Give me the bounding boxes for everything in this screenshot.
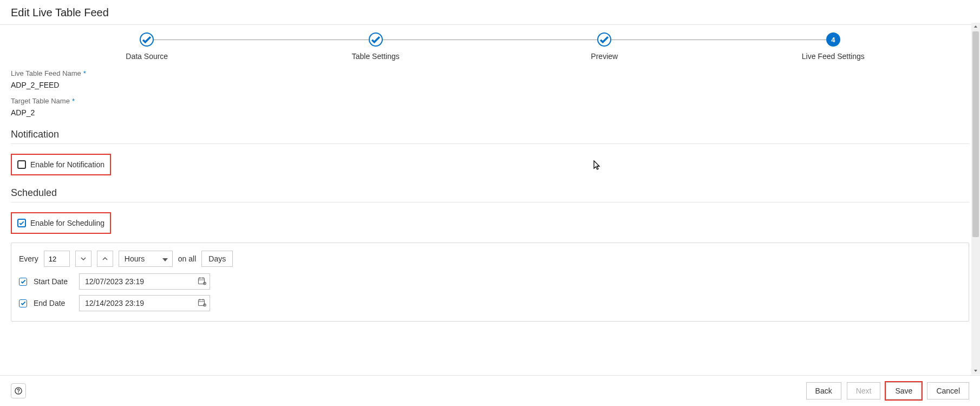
start-date-label: Start Date [34,277,73,286]
highlight-scheduled: Enable for Scheduling [11,212,111,234]
chevron-up-icon [102,256,108,261]
step-label: Table Settings [352,52,400,61]
step-label: Data Source [126,52,168,61]
select-value: Hours [125,254,145,263]
step-label: Live Feed Settings [802,52,865,61]
chevron-down-icon [81,256,86,261]
schedule-panel: Every Hours on all Days [11,243,969,322]
save-button[interactable]: Save [886,382,922,400]
content-area: Data Source Table Settings Preview 4 Liv… [0,25,980,377]
section-title-notification: Notification [11,129,969,140]
enable-notification-checkbox[interactable]: Enable for Notification [12,155,110,174]
target-table-value: ADP_2 [11,108,969,117]
check-icon [369,32,383,47]
page-header: Edit Live Table Feed [0,0,980,25]
check-icon [597,32,611,47]
section-divider [11,202,969,202]
back-button[interactable]: Back [806,382,841,400]
enable-scheduling-checkbox[interactable]: Enable for Scheduling [12,213,110,233]
required-asterisk: * [72,97,75,105]
section-divider [11,143,969,144]
checkbox-label: Enable for Notification [30,160,104,169]
end-date-label: End Date [34,299,73,307]
check-icon [140,32,154,47]
start-date-checkbox[interactable] [19,278,27,286]
help-icon [15,387,22,395]
on-all-label: on all [178,254,196,263]
date-value: 12/14/2023 23:19 [85,299,144,307]
scroll-up-arrow-icon[interactable] [971,23,980,31]
step-label: Preview [591,52,618,61]
field-label: Live Table Feed Name * [11,69,969,77]
checkbox-checked-icon [17,219,26,227]
field-target-table: Target Table Name * ADP_2 [11,97,969,117]
start-date-input[interactable]: 12/07/2023 23:19 [79,273,210,290]
days-button[interactable]: Days [201,251,233,267]
required-asterisk: * [83,69,86,77]
wizard-stepper: Data Source Table Settings Preview 4 Liv… [0,25,980,66]
caret-down-icon [162,254,168,263]
interval-decrement-button[interactable] [75,251,92,267]
page-title: Edit Live Table Feed [11,6,969,19]
scroll-down-arrow-icon[interactable] [971,366,980,375]
vertical-scrollbar[interactable] [971,23,980,375]
end-date-input[interactable]: 12/14/2023 23:19 [79,295,210,311]
scrollbar-thumb[interactable] [972,31,979,237]
field-label: Target Table Name * [11,97,969,105]
step-live-feed-settings[interactable]: 4 Live Feed Settings [719,32,948,61]
feed-name-value: ADP_2_FEED [11,81,969,89]
end-date-row: End Date 12/14/2023 23:19 [19,295,961,311]
footer-actions: Back Next Save Cancel [806,382,969,400]
step-table-settings[interactable]: Table Settings [262,32,491,61]
interval-row: Every Hours on all Days [19,251,961,267]
help-button[interactable] [11,383,26,398]
section-title-scheduled: Scheduled [11,187,969,199]
every-label: Every [19,254,38,263]
interval-increment-button[interactable] [97,251,113,267]
form-body: Live Table Feed Name * ADP_2_FEED Target… [0,66,980,332]
cancel-button[interactable]: Cancel [927,382,969,400]
end-date-checkbox[interactable] [19,299,27,307]
calendar-icon [198,277,206,287]
calendar-icon [198,298,206,309]
checkbox-icon [17,160,26,169]
highlight-notification: Enable for Notification [11,154,111,175]
footer-bar: Back Next Save Cancel [0,375,980,406]
step-data-source[interactable]: Data Source [32,32,262,61]
next-button: Next [847,382,881,400]
step-preview[interactable]: Preview [490,32,719,61]
start-date-row: Start Date 12/07/2023 23:19 [19,273,961,290]
step-number-badge: 4 [826,32,840,47]
field-feed-name: Live Table Feed Name * ADP_2_FEED [11,69,969,89]
interval-input[interactable] [44,251,70,267]
mouse-cursor-icon [593,160,601,171]
checkbox-label: Enable for Scheduling [30,219,104,227]
date-value: 12/07/2023 23:19 [85,277,144,286]
interval-unit-select[interactable]: Hours [119,251,173,267]
